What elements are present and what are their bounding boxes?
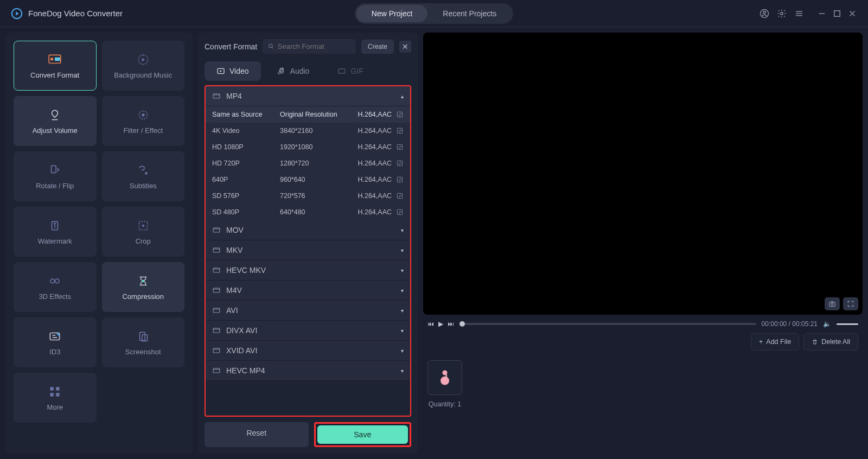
tool-label: Background Music <box>114 71 172 79</box>
format-group-mov[interactable]: MOV▾ <box>206 220 410 240</box>
tool-adjust-volume[interactable]: Adjust Volume <box>14 96 97 146</box>
tool-background-music[interactable]: Background Music <box>102 41 185 91</box>
fullscreen-button[interactable] <box>843 297 858 310</box>
tool-icon <box>45 219 65 233</box>
tab-video[interactable]: Video <box>205 61 261 81</box>
format-group-label: M4V <box>226 286 242 295</box>
add-file-button[interactable]: +Add File <box>751 333 799 350</box>
next-button[interactable]: ⏭ <box>448 320 454 328</box>
seek-handle[interactable] <box>459 321 465 327</box>
seek-track[interactable] <box>459 323 756 325</box>
preset-row[interactable]: SD 480P640*480H.264,AAC <box>206 204 410 220</box>
app-logo-icon <box>11 8 23 20</box>
preset-row[interactable]: 640P960*640H.264,AAC <box>206 171 410 188</box>
preset-codec: H.264,AAC <box>358 192 392 200</box>
minimize-icon[interactable] <box>817 9 827 18</box>
format-group-m4v[interactable]: M4V▾ <box>206 280 410 301</box>
tab-gif[interactable]: GIF <box>326 61 375 81</box>
svg-point-2 <box>763 11 766 14</box>
tool-icon <box>133 53 153 67</box>
gif-icon <box>337 67 346 75</box>
format-group-divx-avi[interactable]: DIVX AVI▾ <box>206 321 410 341</box>
tool-icon <box>133 329 153 343</box>
format-icon <box>212 246 221 254</box>
preset-resolution: 1920*1080 <box>280 143 356 151</box>
create-button[interactable]: Create <box>361 40 394 54</box>
delete-all-button[interactable]: Delete All <box>803 333 858 350</box>
file-thumbnail[interactable] <box>427 360 462 395</box>
svg-rect-22 <box>50 387 54 391</box>
convert-format-panel: Convert Format Create ✕ Video Audio GIF … <box>198 33 418 454</box>
tool-watermark[interactable]: Watermark <box>14 207 97 257</box>
edit-icon[interactable] <box>396 192 404 200</box>
snapshot-button[interactable] <box>825 297 840 310</box>
svg-rect-41 <box>213 308 220 313</box>
format-group-label: XVID AVI <box>226 346 257 355</box>
preset-row[interactable]: 4K Video3840*2160H.264,AAC <box>206 123 410 139</box>
tool-convert-format[interactable]: Convert Format <box>14 41 97 91</box>
settings-icon[interactable] <box>777 9 787 18</box>
format-group-xvid-avi[interactable]: XVID AVI▾ <box>206 341 410 361</box>
format-group-mp4[interactable]: MP4▴ <box>206 86 410 106</box>
camera-icon <box>828 300 837 308</box>
tool-3d-effects[interactable]: 3D Effects <box>14 262 97 312</box>
svg-rect-34 <box>397 177 402 182</box>
preset-row[interactable]: SD 576P720*576H.264,AAC <box>206 188 410 204</box>
svg-point-18 <box>142 279 144 282</box>
tool-compression[interactable]: Compression <box>102 262 185 312</box>
save-button[interactable]: Save <box>317 425 409 444</box>
preset-row[interactable]: Same as SourceOriginal ResolutionH.264,A… <box>206 106 410 123</box>
chevron-down-icon: ▾ <box>401 247 404 253</box>
tool-label: Crop <box>136 237 151 245</box>
reset-button[interactable]: Reset <box>205 422 309 447</box>
video-preview <box>423 33 863 315</box>
tab-new-project[interactable]: New Project <box>356 5 427 22</box>
svg-rect-28 <box>339 69 345 73</box>
preset-resolution: 3840*2160 <box>280 127 356 135</box>
format-group-label: HEVC MP4 <box>226 366 265 375</box>
edit-icon[interactable] <box>396 176 404 183</box>
format-icon <box>212 226 221 234</box>
format-group-hevc-mp4[interactable]: HEVC MP4▾ <box>206 361 410 381</box>
account-icon[interactable] <box>760 9 769 18</box>
tab-audio-label: Audio <box>290 67 310 75</box>
tab-recent-projects[interactable]: Recent Projects <box>427 5 512 22</box>
close-icon[interactable] <box>847 9 857 18</box>
edit-icon[interactable] <box>396 208 404 216</box>
format-group-avi[interactable]: AVI▾ <box>206 301 410 321</box>
prev-button[interactable]: ⏮ <box>427 320 434 328</box>
preset-row[interactable]: HD 720P1280*720H.264,AAC <box>206 155 410 171</box>
menu-icon[interactable] <box>794 9 804 18</box>
tool-label: ID3 <box>49 348 60 356</box>
tool-id3[interactable]: ID3 <box>14 317 97 367</box>
tab-video-label: Video <box>229 67 249 75</box>
edit-icon[interactable] <box>396 127 404 135</box>
volume-icon[interactable]: 🔈 <box>823 320 831 328</box>
tool-screenshot[interactable]: Screenshot <box>102 317 185 367</box>
tab-audio[interactable]: Audio <box>265 61 322 81</box>
maximize-icon[interactable] <box>832 9 842 18</box>
chevron-down-icon: ▾ <box>401 348 404 354</box>
tool-filter-effect[interactable]: Filter / Effect <box>102 96 185 146</box>
panel-title: Convert Format <box>205 42 257 51</box>
volume-track[interactable] <box>837 323 858 325</box>
format-group-hevc-mkv[interactable]: HEVC MKV▾ <box>206 260 410 280</box>
tool-crop[interactable]: Crop <box>102 207 185 257</box>
edit-icon[interactable] <box>396 143 404 151</box>
edit-icon[interactable] <box>396 111 404 118</box>
format-icon <box>212 326 221 335</box>
tool-rotate-flip[interactable]: Rotate / Flip <box>14 151 97 201</box>
play-button[interactable]: ▶ <box>438 320 443 328</box>
svg-point-47 <box>441 377 449 385</box>
preset-row[interactable]: HD 1080P1920*1080H.264,AAC <box>206 139 410 155</box>
svg-point-6 <box>50 58 53 60</box>
edit-icon[interactable] <box>396 160 404 167</box>
tool-more[interactable]: More <box>14 373 97 423</box>
tool-subtitles[interactable]: Subtitles <box>102 151 185 201</box>
close-panel-button[interactable]: ✕ <box>399 41 411 53</box>
preset-codec: H.264,AAC <box>358 176 392 183</box>
format-group-mkv[interactable]: MKV▾ <box>206 240 410 260</box>
svg-rect-30 <box>397 112 402 117</box>
format-list-highlight: MP4▴Same as SourceOriginal ResolutionH.2… <box>205 85 411 417</box>
search-format-input[interactable] <box>263 39 356 54</box>
